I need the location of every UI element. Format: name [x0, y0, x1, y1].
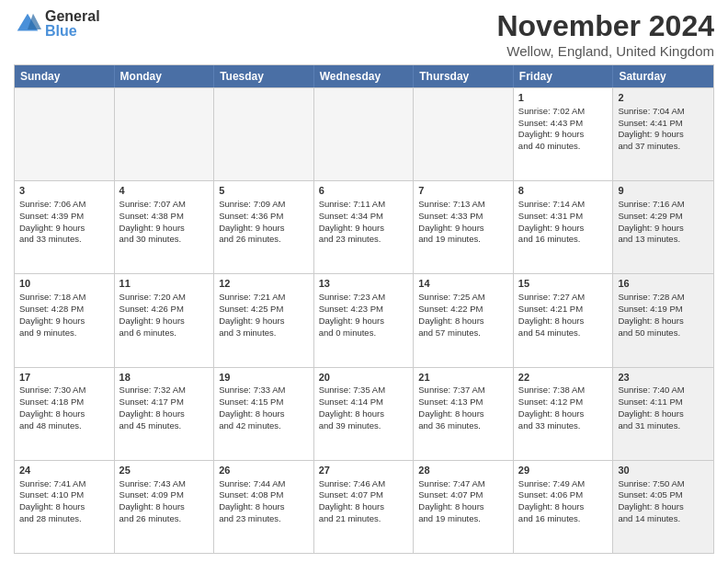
day-number: 22	[518, 371, 609, 385]
cal-cell: 12Sunrise: 7:21 AM Sunset: 4:25 PM Dayli…	[214, 274, 314, 366]
cal-cell: 14Sunrise: 7:25 AM Sunset: 4:22 PM Dayli…	[414, 274, 514, 366]
daylight-hours: Sunrise: 7:47 AM Sunset: 4:07 PM Dayligh…	[418, 478, 484, 523]
title-block: November 2024 Wellow, England, United Ki…	[496, 9, 714, 59]
day-number: 3	[19, 184, 109, 198]
cal-cell: 4Sunrise: 7:07 AM Sunset: 4:38 PM Daylig…	[115, 181, 215, 273]
cal-cell: 7Sunrise: 7:13 AM Sunset: 4:33 PM Daylig…	[414, 181, 514, 273]
cal-cell: 26Sunrise: 7:44 AM Sunset: 4:08 PM Dayli…	[214, 461, 314, 553]
cal-cell: 23Sunrise: 7:40 AM Sunset: 4:11 PM Dayli…	[613, 368, 713, 460]
daylight-hours: Sunrise: 7:09 AM Sunset: 4:36 PM Dayligh…	[219, 199, 285, 244]
cal-cell: 20Sunrise: 7:35 AM Sunset: 4:14 PM Dayli…	[314, 368, 415, 460]
daylight-hours: Sunrise: 7:04 AM Sunset: 4:41 PM Dayligh…	[618, 106, 684, 151]
cal-cell: 6Sunrise: 7:11 AM Sunset: 4:34 PM Daylig…	[314, 181, 415, 273]
day-number: 24	[19, 464, 109, 477]
day-number: 12	[219, 277, 309, 291]
header-day-thursday: Thursday	[414, 65, 514, 87]
cal-cell: 3Sunrise: 7:06 AM Sunset: 4:39 PM Daylig…	[15, 181, 115, 273]
day-number: 28	[418, 464, 508, 477]
header-day-tuesday: Tuesday	[214, 65, 314, 87]
daylight-hours: Sunrise: 7:16 AM Sunset: 4:29 PM Dayligh…	[618, 199, 684, 244]
cal-cell: 13Sunrise: 7:23 AM Sunset: 4:23 PM Dayli…	[314, 274, 415, 366]
day-number: 20	[319, 371, 409, 385]
daylight-hours: Sunrise: 7:46 AM Sunset: 4:07 PM Dayligh…	[319, 478, 385, 523]
day-number: 25	[119, 464, 210, 477]
day-number: 19	[219, 371, 309, 385]
daylight-hours: Sunrise: 7:30 AM Sunset: 4:18 PM Dayligh…	[19, 385, 85, 430]
day-number: 6	[319, 184, 409, 198]
cal-cell	[314, 88, 415, 180]
calendar-body: 1Sunrise: 7:02 AM Sunset: 4:43 PM Daylig…	[15, 87, 713, 553]
daylight-hours: Sunrise: 7:23 AM Sunset: 4:23 PM Dayligh…	[319, 292, 385, 337]
cal-cell: 22Sunrise: 7:38 AM Sunset: 4:12 PM Dayli…	[514, 368, 614, 460]
logo-text: General Blue	[45, 9, 100, 39]
header: General Blue November 2024 Wellow, Engla…	[14, 9, 714, 59]
cal-cell: 19Sunrise: 7:33 AM Sunset: 4:15 PM Dayli…	[214, 368, 314, 460]
cal-cell: 9Sunrise: 7:16 AM Sunset: 4:29 PM Daylig…	[613, 181, 713, 273]
daylight-hours: Sunrise: 7:07 AM Sunset: 4:38 PM Dayligh…	[119, 199, 186, 244]
cal-cell: 15Sunrise: 7:27 AM Sunset: 4:21 PM Dayli…	[514, 274, 614, 366]
day-number: 5	[219, 184, 309, 198]
daylight-hours: Sunrise: 7:02 AM Sunset: 4:43 PM Dayligh…	[518, 106, 585, 151]
cal-cell: 30Sunrise: 7:50 AM Sunset: 4:05 PM Dayli…	[613, 461, 713, 553]
day-number: 18	[119, 371, 210, 385]
cal-cell: 16Sunrise: 7:28 AM Sunset: 4:19 PM Dayli…	[613, 274, 713, 366]
daylight-hours: Sunrise: 7:49 AM Sunset: 4:06 PM Dayligh…	[518, 478, 585, 523]
daylight-hours: Sunrise: 7:41 AM Sunset: 4:10 PM Dayligh…	[19, 478, 85, 523]
cal-cell: 29Sunrise: 7:49 AM Sunset: 4:06 PM Dayli…	[514, 461, 614, 553]
calendar-header: SundayMondayTuesdayWednesdayThursdayFrid…	[15, 65, 713, 87]
location: Wellow, England, United Kingdom	[496, 43, 714, 59]
page: General Blue November 2024 Wellow, Engla…	[0, 0, 728, 563]
cal-cell: 25Sunrise: 7:43 AM Sunset: 4:09 PM Dayli…	[115, 461, 215, 553]
cal-cell: 28Sunrise: 7:47 AM Sunset: 4:07 PM Dayli…	[414, 461, 514, 553]
week-row-3: 10Sunrise: 7:18 AM Sunset: 4:28 PM Dayli…	[15, 273, 713, 366]
cal-cell: 1Sunrise: 7:02 AM Sunset: 4:43 PM Daylig…	[514, 88, 614, 180]
day-number: 27	[319, 464, 409, 477]
cal-cell: 27Sunrise: 7:46 AM Sunset: 4:07 PM Dayli…	[314, 461, 415, 553]
calendar: SundayMondayTuesdayWednesdayThursdayFrid…	[14, 64, 714, 554]
daylight-hours: Sunrise: 7:50 AM Sunset: 4:05 PM Dayligh…	[618, 478, 684, 523]
header-day-saturday: Saturday	[613, 65, 713, 87]
logo-icon	[14, 10, 41, 38]
cal-cell: 8Sunrise: 7:14 AM Sunset: 4:31 PM Daylig…	[514, 181, 614, 273]
month-title: November 2024	[496, 9, 714, 43]
cal-cell: 11Sunrise: 7:20 AM Sunset: 4:26 PM Dayli…	[115, 274, 215, 366]
header-day-monday: Monday	[115, 65, 215, 87]
cal-cell: 21Sunrise: 7:37 AM Sunset: 4:13 PM Dayli…	[414, 368, 514, 460]
daylight-hours: Sunrise: 7:37 AM Sunset: 4:13 PM Dayligh…	[418, 385, 484, 430]
cal-cell	[214, 88, 314, 180]
day-number: 1	[518, 91, 609, 105]
daylight-hours: Sunrise: 7:06 AM Sunset: 4:39 PM Dayligh…	[19, 199, 85, 244]
daylight-hours: Sunrise: 7:11 AM Sunset: 4:34 PM Dayligh…	[319, 199, 385, 244]
day-number: 13	[319, 277, 409, 291]
cal-cell	[15, 88, 115, 180]
daylight-hours: Sunrise: 7:27 AM Sunset: 4:21 PM Dayligh…	[518, 292, 585, 337]
cal-cell: 10Sunrise: 7:18 AM Sunset: 4:28 PM Dayli…	[15, 274, 115, 366]
daylight-hours: Sunrise: 7:21 AM Sunset: 4:25 PM Dayligh…	[219, 292, 285, 337]
cal-cell: 18Sunrise: 7:32 AM Sunset: 4:17 PM Dayli…	[115, 368, 215, 460]
day-number: 29	[518, 464, 609, 477]
daylight-hours: Sunrise: 7:18 AM Sunset: 4:28 PM Dayligh…	[19, 292, 85, 337]
daylight-hours: Sunrise: 7:14 AM Sunset: 4:31 PM Dayligh…	[518, 199, 585, 244]
logo-general-text: General	[45, 9, 100, 24]
day-number: 30	[618, 464, 709, 477]
daylight-hours: Sunrise: 7:13 AM Sunset: 4:33 PM Dayligh…	[418, 199, 484, 244]
day-number: 8	[518, 184, 609, 198]
daylight-hours: Sunrise: 7:44 AM Sunset: 4:08 PM Dayligh…	[219, 478, 285, 523]
day-number: 2	[618, 91, 709, 105]
day-number: 21	[418, 371, 508, 385]
logo: General Blue	[14, 9, 100, 39]
day-number: 11	[119, 277, 210, 291]
week-row-1: 1Sunrise: 7:02 AM Sunset: 4:43 PM Daylig…	[15, 87, 713, 180]
day-number: 14	[418, 277, 508, 291]
cal-cell	[414, 88, 514, 180]
day-number: 15	[518, 277, 609, 291]
cal-cell: 2Sunrise: 7:04 AM Sunset: 4:41 PM Daylig…	[613, 88, 713, 180]
header-day-wednesday: Wednesday	[314, 65, 415, 87]
daylight-hours: Sunrise: 7:25 AM Sunset: 4:22 PM Dayligh…	[418, 292, 484, 337]
day-number: 17	[19, 371, 109, 385]
day-number: 9	[618, 184, 709, 198]
week-row-4: 17Sunrise: 7:30 AM Sunset: 4:18 PM Dayli…	[15, 367, 713, 460]
cal-cell: 24Sunrise: 7:41 AM Sunset: 4:10 PM Dayli…	[15, 461, 115, 553]
day-number: 7	[418, 184, 508, 198]
daylight-hours: Sunrise: 7:43 AM Sunset: 4:09 PM Dayligh…	[119, 478, 186, 523]
